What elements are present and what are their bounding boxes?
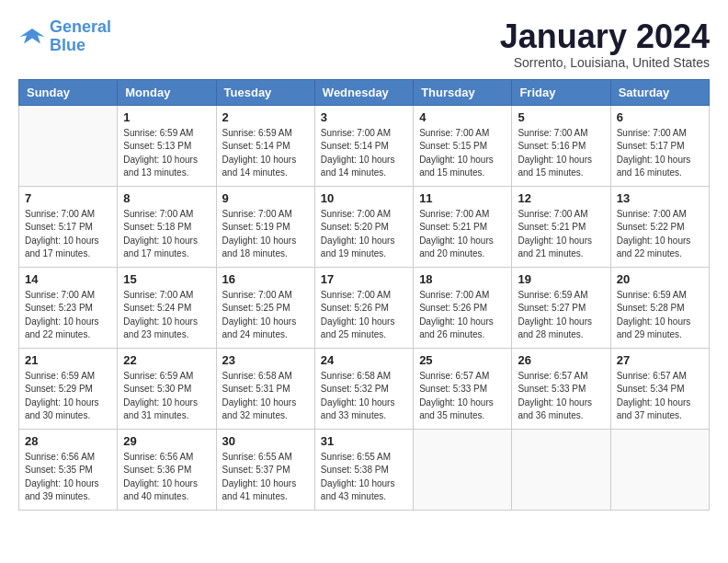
table-row: 6Sunrise: 7:00 AMSunset: 5:17 PMDaylight… — [610, 105, 709, 186]
cell-info: Sunrise: 6:58 AMSunset: 5:31 PMDaylight:… — [222, 370, 309, 423]
table-row: 8Sunrise: 7:00 AMSunset: 5:18 PMDaylight… — [118, 186, 216, 267]
cell-info: Sunrise: 7:00 AMSunset: 5:21 PMDaylight:… — [518, 208, 604, 261]
table-row: 9Sunrise: 7:00 AMSunset: 5:19 PMDaylight… — [216, 186, 314, 267]
day-number: 20 — [617, 272, 703, 286]
cell-info: Sunrise: 7:00 AMSunset: 5:19 PMDaylight:… — [222, 208, 309, 261]
table-row: 2Sunrise: 6:59 AMSunset: 5:14 PMDaylight… — [216, 105, 314, 186]
table-row: 24Sunrise: 6:58 AMSunset: 5:32 PMDayligh… — [314, 348, 413, 429]
day-number: 15 — [123, 272, 210, 286]
day-number: 3 — [321, 110, 407, 124]
day-number: 2 — [222, 110, 309, 124]
table-row: 23Sunrise: 6:58 AMSunset: 5:31 PMDayligh… — [216, 348, 314, 429]
cell-info: Sunrise: 7:00 AMSunset: 5:16 PMDaylight:… — [518, 127, 604, 180]
day-number: 1 — [123, 110, 210, 124]
day-number: 5 — [518, 110, 604, 124]
cell-info: Sunrise: 6:59 AMSunset: 5:29 PMDaylight:… — [25, 370, 111, 423]
logo-line1: General — [50, 17, 111, 36]
day-number: 29 — [123, 434, 210, 448]
cell-info: Sunrise: 6:55 AMSunset: 5:37 PMDaylight:… — [222, 451, 309, 504]
table-row — [414, 429, 512, 510]
cell-info: Sunrise: 6:55 AMSunset: 5:38 PMDaylight:… — [321, 451, 407, 504]
calendar-week-row: 28Sunrise: 6:56 AMSunset: 5:35 PMDayligh… — [19, 429, 710, 510]
cell-info: Sunrise: 6:59 AMSunset: 5:27 PMDaylight:… — [518, 289, 604, 342]
cell-info: Sunrise: 7:00 AMSunset: 5:26 PMDaylight:… — [419, 289, 506, 342]
cell-info: Sunrise: 7:00 AMSunset: 5:18 PMDaylight:… — [123, 208, 210, 261]
table-row: 10Sunrise: 7:00 AMSunset: 5:20 PMDayligh… — [314, 186, 413, 267]
cell-info: Sunrise: 7:00 AMSunset: 5:24 PMDaylight:… — [123, 289, 210, 342]
header-wednesday: Wednesday — [314, 79, 413, 105]
table-row: 22Sunrise: 6:59 AMSunset: 5:30 PMDayligh… — [118, 348, 216, 429]
day-number: 10 — [321, 191, 407, 205]
table-row: 27Sunrise: 6:57 AMSunset: 5:34 PMDayligh… — [610, 348, 709, 429]
cell-info: Sunrise: 6:57 AMSunset: 5:34 PMDaylight:… — [617, 370, 703, 423]
table-row: 16Sunrise: 7:00 AMSunset: 5:25 PMDayligh… — [216, 267, 314, 348]
table-row: 14Sunrise: 7:00 AMSunset: 5:23 PMDayligh… — [19, 267, 118, 348]
table-row: 12Sunrise: 7:00 AMSunset: 5:21 PMDayligh… — [512, 186, 610, 267]
day-number: 13 — [617, 191, 703, 205]
svg-marker-0 — [20, 29, 45, 44]
cell-info: Sunrise: 7:00 AMSunset: 5:20 PMDaylight:… — [321, 208, 407, 261]
cell-info: Sunrise: 6:56 AMSunset: 5:35 PMDaylight:… — [25, 451, 111, 504]
day-number: 9 — [222, 191, 309, 205]
table-row: 30Sunrise: 6:55 AMSunset: 5:37 PMDayligh… — [216, 429, 314, 510]
header-tuesday: Tuesday — [216, 79, 314, 105]
cell-info: Sunrise: 6:59 AMSunset: 5:14 PMDaylight:… — [222, 127, 309, 180]
table-row: 19Sunrise: 6:59 AMSunset: 5:27 PMDayligh… — [512, 267, 610, 348]
table-row: 7Sunrise: 7:00 AMSunset: 5:17 PMDaylight… — [19, 186, 118, 267]
cell-info: Sunrise: 7:00 AMSunset: 5:17 PMDaylight:… — [617, 127, 703, 180]
calendar-week-row: 1Sunrise: 6:59 AMSunset: 5:13 PMDaylight… — [19, 105, 710, 186]
table-row: 26Sunrise: 6:57 AMSunset: 5:33 PMDayligh… — [512, 348, 610, 429]
day-number: 14 — [25, 272, 111, 286]
header-sunday: Sunday — [19, 79, 118, 105]
table-row: 21Sunrise: 6:59 AMSunset: 5:29 PMDayligh… — [19, 348, 118, 429]
logo-icon — [18, 23, 46, 51]
day-number: 11 — [419, 191, 506, 205]
cell-info: Sunrise: 6:59 AMSunset: 5:13 PMDaylight:… — [123, 127, 210, 180]
table-row: 17Sunrise: 7:00 AMSunset: 5:26 PMDayligh… — [314, 267, 413, 348]
cell-info: Sunrise: 7:00 AMSunset: 5:26 PMDaylight:… — [321, 289, 407, 342]
day-number: 31 — [321, 434, 407, 448]
cell-info: Sunrise: 6:57 AMSunset: 5:33 PMDaylight:… — [518, 370, 604, 423]
cell-info: Sunrise: 7:00 AMSunset: 5:14 PMDaylight:… — [321, 127, 407, 180]
table-row: 31Sunrise: 6:55 AMSunset: 5:38 PMDayligh… — [314, 429, 413, 510]
logo-line2: Blue — [50, 36, 85, 54]
calendar-week-row: 7Sunrise: 7:00 AMSunset: 5:17 PMDaylight… — [19, 186, 710, 267]
table-row — [19, 105, 118, 186]
cell-info: Sunrise: 6:56 AMSunset: 5:36 PMDaylight:… — [123, 451, 210, 504]
day-number: 17 — [321, 272, 407, 286]
day-number: 18 — [419, 272, 506, 286]
day-number: 16 — [222, 272, 309, 286]
table-row: 1Sunrise: 6:59 AMSunset: 5:13 PMDaylight… — [118, 105, 216, 186]
table-row: 11Sunrise: 7:00 AMSunset: 5:21 PMDayligh… — [414, 186, 512, 267]
table-row: 25Sunrise: 6:57 AMSunset: 5:33 PMDayligh… — [414, 348, 512, 429]
day-number: 8 — [123, 191, 210, 205]
table-row: 29Sunrise: 6:56 AMSunset: 5:36 PMDayligh… — [118, 429, 216, 510]
calendar-week-row: 14Sunrise: 7:00 AMSunset: 5:23 PMDayligh… — [19, 267, 710, 348]
day-number: 22 — [123, 353, 210, 367]
logo: General Blue — [18, 18, 111, 55]
day-number: 12 — [518, 191, 604, 205]
day-number: 19 — [518, 272, 604, 286]
day-number: 7 — [25, 191, 111, 205]
cell-info: Sunrise: 7:00 AMSunset: 5:21 PMDaylight:… — [419, 208, 506, 261]
cell-info: Sunrise: 7:00 AMSunset: 5:15 PMDaylight:… — [419, 127, 506, 180]
table-row — [610, 429, 709, 510]
table-row: 18Sunrise: 7:00 AMSunset: 5:26 PMDayligh… — [414, 267, 512, 348]
table-row: 28Sunrise: 6:56 AMSunset: 5:35 PMDayligh… — [19, 429, 118, 510]
calendar-table: Sunday Monday Tuesday Wednesday Thursday… — [18, 79, 710, 511]
cell-info: Sunrise: 6:58 AMSunset: 5:32 PMDaylight:… — [321, 370, 407, 423]
day-number: 21 — [25, 353, 111, 367]
day-number: 24 — [321, 353, 407, 367]
day-number: 26 — [518, 353, 604, 367]
cell-info: Sunrise: 7:00 AMSunset: 5:22 PMDaylight:… — [617, 208, 703, 261]
cell-info: Sunrise: 7:00 AMSunset: 5:23 PMDaylight:… — [25, 289, 111, 342]
day-number: 4 — [419, 110, 506, 124]
table-row: 5Sunrise: 7:00 AMSunset: 5:16 PMDaylight… — [512, 105, 610, 186]
header-thursday: Thursday — [414, 79, 512, 105]
table-row: 20Sunrise: 6:59 AMSunset: 5:28 PMDayligh… — [610, 267, 709, 348]
header-monday: Monday — [118, 79, 216, 105]
table-row: 15Sunrise: 7:00 AMSunset: 5:24 PMDayligh… — [118, 267, 216, 348]
cell-info: Sunrise: 7:00 AMSunset: 5:17 PMDaylight:… — [25, 208, 111, 261]
day-number: 28 — [25, 434, 111, 448]
page-header: General Blue January 2024 Sorrento, Loui… — [18, 18, 710, 70]
